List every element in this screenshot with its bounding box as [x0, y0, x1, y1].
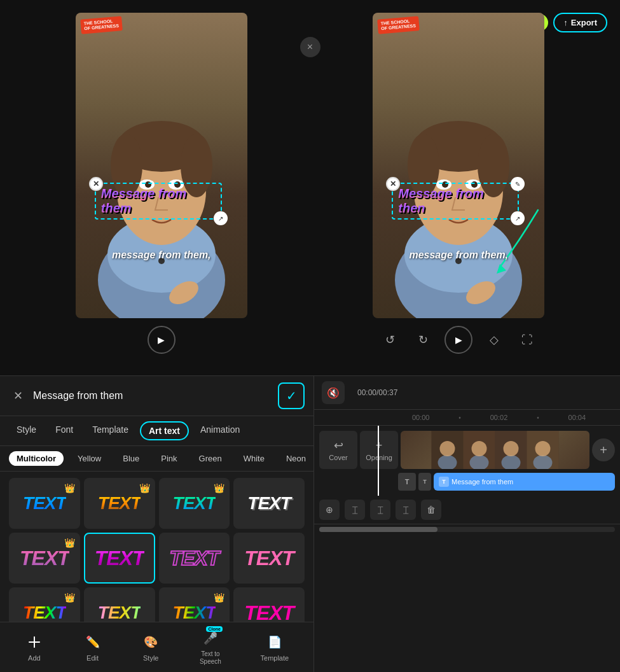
style-item-11[interactable]: 👑 TEXT: [159, 587, 230, 622]
time-marker-1: 00:02: [461, 414, 537, 421]
art-text-overlay-left[interactable]: ✕ ↗ Message from them: [95, 183, 222, 220]
filter-yellow[interactable]: Yellow: [70, 451, 109, 466]
text-track-row: T T T Message from them: [319, 473, 615, 491]
video-thumbnail: [401, 431, 589, 469]
style-item-1[interactable]: 👑 TEXT: [9, 478, 80, 529]
style-text-8: TEXT: [244, 547, 294, 570]
sound-icon[interactable]: 🔇: [322, 381, 345, 404]
toolbar-edit-btn[interactable]: ✏️ Edit: [83, 633, 102, 662]
thumbnail-svg: [401, 431, 589, 469]
template-icon: 📄: [265, 633, 284, 652]
track-row-main: ↩ Cover + Opening: [319, 431, 615, 469]
tc-trim-btn[interactable]: ⌶: [370, 500, 390, 520]
text-icon-block[interactable]: T: [398, 473, 416, 491]
video-track[interactable]: [401, 431, 589, 469]
text-input-field[interactable]: [33, 390, 272, 402]
style-text-2: TEXT: [98, 493, 141, 514]
svg-point-37: [472, 441, 487, 456]
style-item-12[interactable]: TEXT: [233, 587, 305, 622]
tab-font[interactable]: Font: [48, 421, 81, 440]
add-icon: [25, 633, 44, 652]
style-item-9[interactable]: 👑 TEXT: [9, 587, 80, 622]
bottom-section: ✕ ✓ Style Font Template Art text Animati…: [0, 375, 620, 672]
filter-green[interactable]: Green: [191, 451, 230, 466]
style-item-6[interactable]: TEXT: [84, 533, 155, 584]
crown-icon-1: 👑: [64, 483, 75, 493]
style-item-10[interactable]: TEXT: [84, 587, 155, 622]
video-container-left: THE SCHOOL OF GREATNESS: [76, 13, 247, 318]
style-item-5[interactable]: 👑 TEXT: [9, 533, 80, 584]
toolbar-add-btn[interactable]: Add: [25, 633, 44, 662]
timeline-scrollbar[interactable]: [319, 527, 615, 532]
fullscreen-btn[interactable]: ⛶: [516, 328, 539, 351]
text-icon-block2[interactable]: T: [418, 473, 431, 491]
back-icon: ↩: [334, 438, 343, 452]
timeline-controls-row: ⊕ ⌶ ⌶ ⌶ 🗑: [314, 496, 620, 524]
left-panel: ✕ ✓ Style Font Template Art text Animati…: [0, 375, 313, 672]
tab-animation[interactable]: Animation: [193, 421, 247, 440]
timeline-ruler: 00:00 • 00:02 • 00:04: [314, 410, 620, 426]
svg-point-39: [504, 441, 519, 456]
toolbar-tts-btn[interactable]: 🎤 Clone Text toSpeech: [200, 629, 221, 666]
export-button[interactable]: ↑ Export: [553, 13, 607, 32]
svg-rect-28: [29, 641, 40, 643]
teal-arrow: [493, 204, 544, 280]
toolbar-style-btn[interactable]: 🎨 Style: [141, 633, 160, 662]
art-text-label: Message from them: [101, 186, 187, 215]
opening-label: Opening: [366, 454, 392, 461]
filter-multicolor[interactable]: Multicolor: [9, 451, 64, 466]
style-text-11: TEXT: [173, 603, 216, 622]
time-marker-0: 00:00: [383, 414, 458, 421]
play-btn-left[interactable]: ▶: [148, 326, 176, 354]
svg-point-35: [440, 441, 455, 456]
scrollbar-thumb: [319, 527, 437, 532]
redo-btn[interactable]: ↻: [411, 328, 434, 351]
style-text-3: TEXT: [173, 493, 216, 514]
diamond-btn[interactable]: ◇: [483, 328, 506, 351]
opening-block[interactable]: + Opening: [360, 431, 398, 469]
style-item-2[interactable]: 👑 TEXT: [84, 478, 155, 529]
filter-white[interactable]: White: [236, 451, 272, 466]
close-text-btn[interactable]: ✕: [9, 387, 27, 405]
filter-neon[interactable]: Neon: [279, 451, 313, 466]
subtitle-text-right: message from them,: [409, 249, 508, 261]
undo-btn[interactable]: ↺: [378, 328, 401, 351]
filter-pink[interactable]: Pink: [153, 451, 184, 466]
style-item-3[interactable]: 👑 TEXT: [159, 478, 230, 529]
timeline-playhead: [378, 426, 379, 496]
time-display: 00:00/00:37: [350, 384, 405, 401]
tab-style[interactable]: Style: [9, 421, 44, 440]
top-section: THE SCHOOL OF GREATNESS: [0, 0, 620, 375]
tab-art-text[interactable]: Art text: [140, 421, 189, 440]
text-tracks-container: T T T Message from them: [398, 473, 615, 491]
tc-crop-btn[interactable]: ⌶: [396, 500, 416, 520]
text-track-label: Message from them: [451, 478, 513, 486]
tc-delete-btn[interactable]: 🗑: [421, 500, 441, 520]
style-text-7: TEXT: [169, 547, 219, 570]
play-btn-right[interactable]: ▶: [444, 326, 472, 354]
subtitle-text-left: message from them,: [112, 249, 211, 261]
toolbar-template-btn[interactable]: 📄 Template: [261, 633, 289, 662]
confirm-btn[interactable]: ✓: [278, 382, 305, 409]
style-text-6: TEXT: [95, 547, 144, 570]
crown-icon-3: 👑: [214, 483, 224, 493]
style-item-7[interactable]: TEXT: [159, 533, 230, 584]
tab-template[interactable]: Template: [85, 421, 136, 440]
filter-blue[interactable]: Blue: [115, 451, 147, 466]
time-marker-2: 00:04: [539, 414, 615, 421]
video-container-right: THE SCHOOL OF GREATNESS: [373, 13, 544, 318]
close-middle-btn[interactable]: ×: [300, 37, 320, 57]
resize-art-text-btn[interactable]: ↗: [214, 211, 228, 225]
video-bg-right: THE SCHOOL OF GREATNESS: [373, 13, 544, 318]
text-track-main[interactable]: T Message from them: [434, 473, 615, 491]
video-bg-left: THE SCHOOL OF GREATNESS: [76, 13, 247, 318]
tc-add-btn[interactable]: ⊕: [319, 500, 340, 520]
tabs-row: Style Font Template Art text Animation: [0, 416, 313, 446]
style-text-4: TEXT: [247, 493, 291, 514]
style-text-10: TEXT: [98, 603, 141, 622]
add-track-btn[interactable]: +: [592, 438, 615, 461]
style-item-4[interactable]: TEXT: [233, 478, 305, 529]
tc-split-btn[interactable]: ⌶: [345, 500, 365, 520]
style-item-8[interactable]: TEXT: [233, 533, 305, 584]
cover-block[interactable]: ↩ Cover: [319, 431, 357, 469]
